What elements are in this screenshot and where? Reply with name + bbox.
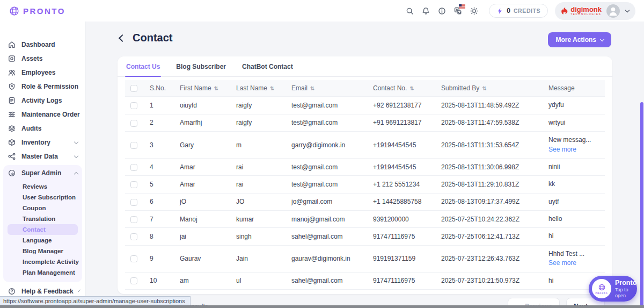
row-checkbox-cell xyxy=(125,211,150,228)
row-checkbox-cell xyxy=(125,228,150,245)
info-icon[interactable] xyxy=(437,6,447,16)
sidebar-item-coupon[interactable]: Coupon xyxy=(8,203,78,213)
table-row: 10amulsahel@gmail.com9174711169752025-07… xyxy=(125,272,605,289)
scrollbar-thumb[interactable] xyxy=(640,102,643,308)
sidebar-item-dashboard[interactable]: Dashboard xyxy=(0,38,85,52)
scrollbar-track[interactable] xyxy=(640,22,644,308)
column-label: Last Name xyxy=(236,84,267,92)
sidebar-item-language[interactable]: Language xyxy=(8,235,78,246)
row-checkbox[interactable] xyxy=(130,199,137,206)
sidebar-item-blog-manager[interactable]: Blog Manager xyxy=(8,246,78,256)
status-url-tooltip: https://software.prontoapp.ai/super-admi… xyxy=(0,296,191,305)
sort-icon[interactable]: ⇅ xyxy=(310,85,314,91)
row-checkbox[interactable] xyxy=(130,181,137,188)
audits-icon xyxy=(8,124,16,133)
cell-contact-no: +1 212 5551234 xyxy=(373,176,441,193)
row-checkbox[interactable] xyxy=(130,142,137,149)
sidebar-item-label: Employees xyxy=(21,69,55,76)
back-chevron-icon[interactable] xyxy=(119,34,126,41)
column-header-checkbox xyxy=(125,80,150,97)
cell-sno: 5 xyxy=(150,176,180,193)
table-wrap: S.No.First Name⇅Last Name⇅Email⇅Contact … xyxy=(118,77,612,290)
sidebar-item-label: Inventory xyxy=(21,139,50,146)
credits-pill[interactable]: 0 CREDITS xyxy=(489,4,548,18)
see-more-link[interactable]: See more xyxy=(548,145,602,154)
pronto-globe-icon xyxy=(9,5,20,17)
row-checkbox[interactable] xyxy=(130,233,137,240)
employees-icon xyxy=(8,68,16,77)
sort-icon[interactable]: ⇅ xyxy=(482,85,486,91)
digimonk-tagline: TECHNOLOGIES xyxy=(570,13,602,16)
us-flag-icon xyxy=(459,4,465,9)
table-row: 7Manojkumarmanoj@gmail.com93912000002025… xyxy=(125,211,605,228)
row-checkbox[interactable] xyxy=(130,216,137,223)
cell-contact-no: +92 6912138177 xyxy=(373,97,441,114)
cell-sno: 1 xyxy=(150,97,180,114)
sidebar-item-translation[interactable]: Translation xyxy=(8,213,78,224)
sidebar-item-reviews[interactable]: Reviews xyxy=(8,181,78,192)
column-header-email: Email⇅ xyxy=(291,80,373,97)
table-row: 4Amarraitest@gmail.com+191944545452025-0… xyxy=(125,158,605,175)
column-label: Contact No. xyxy=(373,84,407,92)
cell-message: wrtyui xyxy=(548,114,605,131)
sidebar-item-label: Blog Manager xyxy=(23,248,63,254)
sidebar-item-label: Audits xyxy=(21,125,41,132)
sidebar-item-user-subscription[interactable]: User Subscription xyxy=(8,192,78,203)
see-more-link[interactable]: See more xyxy=(548,259,602,268)
theme-sun-icon[interactable] xyxy=(470,6,479,16)
sidebar-item-label: Translation xyxy=(23,216,55,222)
cell-email: gaurav@digimonk.in xyxy=(291,245,373,272)
row-checkbox[interactable] xyxy=(130,277,137,284)
profile-menu[interactable]: digimonk TECHNOLOGIES xyxy=(555,2,635,20)
row-checkbox[interactable] xyxy=(130,164,137,171)
user-avatar[interactable] xyxy=(606,4,620,18)
column-header-message: Message xyxy=(548,80,605,97)
cell-first-name: oiuyfd xyxy=(180,97,236,114)
sidebar-item-employees[interactable]: Employees xyxy=(0,66,85,80)
sidebar-item-contact[interactable]: Contact xyxy=(8,224,78,235)
column-label: First Name xyxy=(180,84,211,92)
sidebar-item-label: Help & Feedback xyxy=(21,288,74,295)
pronto-logo[interactable]: PRONTO xyxy=(9,5,65,17)
tab-blog-subscriber[interactable]: Blog Subscriber xyxy=(175,56,227,76)
sort-icon[interactable]: ⇅ xyxy=(214,85,218,91)
window-bottom-edge xyxy=(0,305,644,308)
sidebar-item-activity-logs[interactable]: Activity Logs xyxy=(0,94,85,108)
sidebar-item-incomplete-activity[interactable]: Incomplete Activity xyxy=(8,256,78,267)
sidebar-item-label: Super Admin xyxy=(21,169,61,177)
tab-label: Blog Subscriber xyxy=(176,63,226,70)
row-checkbox[interactable] xyxy=(130,102,137,109)
sidebar-item-audits[interactable]: Audits xyxy=(0,121,85,135)
row-checkbox-cell xyxy=(125,132,150,159)
cell-last-name: m xyxy=(236,132,291,159)
chat-launcher[interactable]: PRONTO Pronto Tap to open xyxy=(589,276,637,302)
sidebar-item-assets[interactable]: Assets xyxy=(0,52,85,66)
notifications-bell-icon[interactable] xyxy=(421,6,430,16)
select-all-checkbox[interactable] xyxy=(130,85,137,92)
sidebar-item-inventory[interactable]: Inventory xyxy=(0,135,85,149)
tab-chatbot-contact[interactable]: ChatBot Contact xyxy=(241,56,294,76)
cell-last-name: rai xyxy=(236,158,291,175)
message-text: hi xyxy=(548,232,602,241)
sidebar-item-maintenance-order[interactable]: Maintenance Order xyxy=(0,108,85,121)
search-icon[interactable] xyxy=(405,6,414,16)
sidebar-item-role-permission[interactable]: Role & Permission xyxy=(0,80,85,94)
maintenance-icon xyxy=(8,110,16,119)
pronto-wordmark: PRONTO xyxy=(23,6,65,16)
sidebar-item-master-data[interactable]: Master Data xyxy=(0,149,85,163)
translate-icon[interactable] xyxy=(453,6,463,16)
cell-last-name: kumar xyxy=(236,211,291,228)
sidebar-item-plan-management[interactable]: Plan Management xyxy=(8,267,78,278)
sort-icon[interactable]: ⇅ xyxy=(409,85,414,91)
table-row: 8jaisinghsahel@gmail.com9174711169752025… xyxy=(125,228,605,245)
row-checkbox[interactable] xyxy=(130,120,137,127)
tab-contact-us[interactable]: Contact Us xyxy=(125,56,161,76)
row-checkbox[interactable] xyxy=(130,255,137,262)
contact-card: Contact UsBlog SubscriberChatBot Contact… xyxy=(118,56,612,294)
more-actions-button[interactable]: More Actions xyxy=(548,32,611,47)
cell-sno: 4 xyxy=(150,158,180,175)
cell-message: ydyfu xyxy=(548,97,605,114)
sidebar-item-super-admin[interactable]: Super Admin xyxy=(3,166,82,180)
sort-icon[interactable]: ⇅ xyxy=(270,85,274,91)
cell-email: sahel@gmail.com xyxy=(291,272,373,289)
